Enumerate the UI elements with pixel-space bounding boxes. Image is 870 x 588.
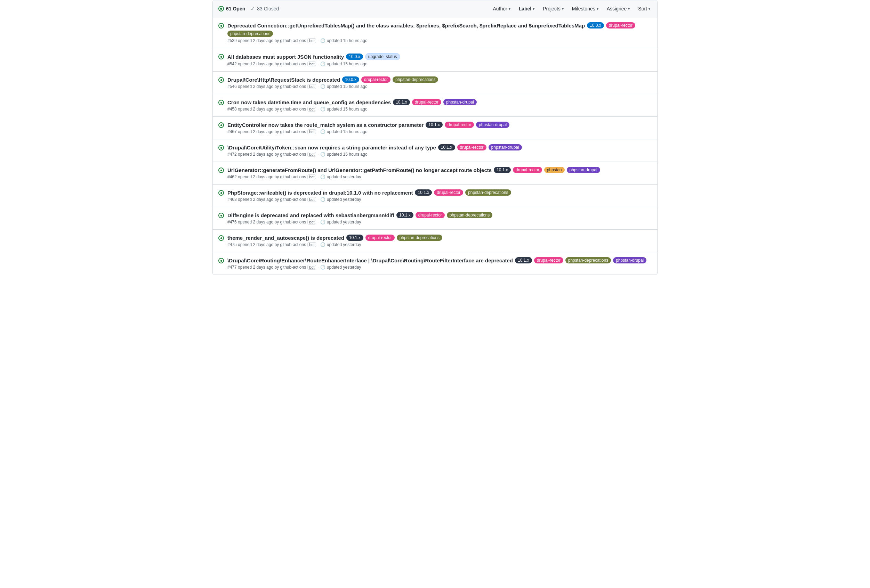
issues-container: 61 Open ✓ 83 Closed Author ▾ Label ▾ Pro… [213,0,657,275]
issue-label[interactable]: upgrade_status [365,53,400,60]
issue-title[interactable]: EntityController now takes the route_mat… [227,122,423,128]
issue-title[interactable]: Cron now takes datetime.time and queue_c… [227,99,391,105]
divider: · [317,152,319,157]
issue-item: EntityController now takes the route_mat… [213,117,657,140]
issue-label[interactable]: phpstan-deprecations [393,76,438,83]
issue-open-icon [218,77,224,83]
label-filter[interactable]: Label ▾ [517,4,536,13]
issue-open-icon [218,190,224,196]
issue-label[interactable]: drupal-rector [361,76,390,83]
issue-content: All databases must support JSON function… [227,53,652,66]
issue-label[interactable]: phpstan-deprecations [565,257,611,263]
author-chevron-icon: ▾ [509,7,511,11]
issue-title[interactable]: \Drupal\Core\Routing\Enhancer\RouteEnhan… [227,257,513,263]
issue-meta-text: #463 opened 2 days ago by github-actions [227,197,306,202]
issue-title[interactable]: Drupal\Core\Http\RequestStack is depreca… [227,77,340,83]
issue-label[interactable]: phpstan [544,167,565,173]
issue-label[interactable]: drupal-rector [534,257,563,263]
issue-label[interactable]: 10.1.x [515,257,532,263]
check-icon: ✓ [251,6,255,12]
closed-count[interactable]: ✓ 83 Closed [251,6,279,12]
issue-item: UrlGenerator::generateFromRoute() and Ur… [213,162,657,184]
clock-icon: 🕐 [320,61,325,66]
issue-title-row: UrlGenerator::generateFromRoute() and Ur… [227,167,652,173]
issue-label[interactable]: 10.1.x [393,99,410,105]
issue-title[interactable]: \Drupal\Core\Utility\Token::scan now req… [227,144,436,150]
issue-meta-text: #467 opened 2 days ago by github-actions [227,129,306,134]
bot-badge: bot [307,197,316,202]
issue-label[interactable]: phpstan-drupal [489,144,522,150]
assignee-chevron-icon: ▾ [628,7,630,11]
issue-open-icon [218,168,224,173]
issue-updated: updated 15 hours ago [327,129,368,134]
projects-filter[interactable]: Projects ▾ [541,4,565,13]
issue-label[interactable]: drupal-rector [365,235,395,241]
issue-item: \Drupal\Core\Utility\Token::scan now req… [213,140,657,162]
issue-label[interactable]: drupal-rector [445,122,474,128]
issue-content: theme_render_and_autoescape() is depreca… [227,235,652,247]
issue-label[interactable]: drupal-rector [606,22,635,28]
issue-title[interactable]: PhpStorage::writeable() is deprecated in… [227,190,413,196]
issue-label[interactable]: phpstan-drupal [613,257,647,263]
issue-updated: updated yesterday [327,265,361,270]
clock-icon: 🕐 [320,84,325,89]
issue-label[interactable]: phpstan-deprecations [465,189,511,196]
bot-badge: bot [307,61,316,66]
issue-label[interactable]: drupal-rector [457,144,486,150]
issue-label[interactable]: phpstan-drupal [567,167,600,173]
issue-label[interactable]: drupal-rector [513,167,542,173]
assignee-filter[interactable]: Assignee ▾ [605,4,632,13]
issue-title[interactable]: DiffEngine is deprecated and replaced wi… [227,212,394,218]
issue-label[interactable]: 10.1.x [346,235,363,241]
issue-meta-text: #546 opened 2 days ago by github-actions [227,84,306,89]
open-count[interactable]: 61 Open [218,6,245,12]
issue-label[interactable]: 10.1.x [494,167,511,173]
issue-content: Cron now takes datetime.time and queue_c… [227,99,652,111]
issue-updated: updated yesterday [327,197,361,202]
projects-chevron-icon: ▾ [562,7,564,11]
issue-meta-text: #472 opened 2 days ago by github-actions [227,152,306,157]
clock-icon: 🕐 [320,242,325,247]
toolbar: 61 Open ✓ 83 Closed Author ▾ Label ▾ Pro… [213,0,657,17]
issue-item: Drupal\Core\Http\RequestStack is depreca… [213,71,657,94]
issue-updated: updated 15 hours ago [327,152,368,157]
issue-label[interactable]: 10.0.x [346,53,363,60]
divider: · [317,242,319,247]
sort-filter[interactable]: Sort ▾ [637,4,652,13]
issue-item: PhpStorage::writeable() is deprecated in… [213,184,657,207]
milestones-filter[interactable]: Milestones ▾ [571,4,600,13]
issue-label[interactable]: 10.1.x [396,212,413,218]
divider: · [317,84,319,89]
issue-label[interactable]: drupal-rector [412,99,441,105]
label-chevron-icon: ▾ [533,7,535,11]
issue-meta-text: #462 opened 2 days ago by github-actions [227,174,306,179]
issue-label[interactable]: phpstan-drupal [476,122,509,128]
issue-label[interactable]: 10.0.x [587,22,604,28]
issue-title[interactable]: theme_render_and_autoescape() is depreca… [227,235,344,241]
issue-title[interactable]: Deprecated Connection::getUnprefixedTabl… [227,22,585,28]
issue-meta: #542 opened 2 days ago by github-actions… [227,61,652,66]
bot-badge: bot [307,265,316,270]
issue-label[interactable]: phpstan-deprecations [227,31,273,37]
issue-label[interactable]: drupal-rector [416,212,445,218]
issue-meta: #458 opened 2 days ago by github-actions… [227,107,652,111]
divider: · [317,265,319,270]
issue-item: \Drupal\Core\Routing\Enhancer\RouteEnhan… [213,252,657,275]
issue-label[interactable]: 10.0.x [342,76,359,83]
issue-label[interactable]: drupal-rector [434,189,463,196]
issue-title[interactable]: All databases must support JSON function… [227,54,344,60]
issue-open-icon [218,145,224,150]
issue-item: Cron now takes datetime.time and queue_c… [213,94,657,117]
issue-label[interactable]: 10.1.x [438,144,455,150]
issue-content: Deprecated Connection::getUnprefixedTabl… [227,22,652,43]
issue-title[interactable]: UrlGenerator::generateFromRoute() and Ur… [227,167,492,173]
issue-label[interactable]: phpstan-deprecations [397,235,442,241]
issue-label[interactable]: 10.1.x [415,189,432,196]
issue-label[interactable]: phpstan-drupal [443,99,477,105]
issue-label[interactable]: phpstan-deprecations [447,212,492,218]
author-filter[interactable]: Author ▾ [491,4,511,13]
divider: · [317,174,319,179]
issue-label[interactable]: 10.1.x [426,122,442,128]
bot-badge: bot [307,38,316,43]
clock-icon: 🕐 [320,174,325,179]
